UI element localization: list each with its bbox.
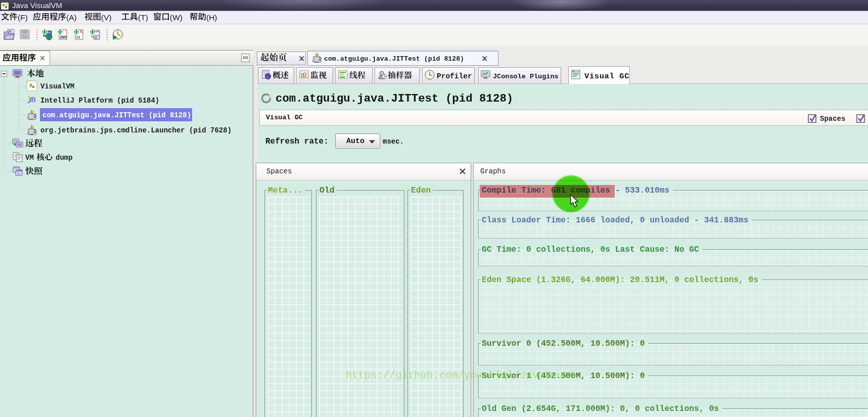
svg-text:B: B — [31, 96, 36, 104]
svg-text:JMX: JMX — [60, 35, 67, 39]
svg-text:01: 01 — [76, 35, 80, 39]
